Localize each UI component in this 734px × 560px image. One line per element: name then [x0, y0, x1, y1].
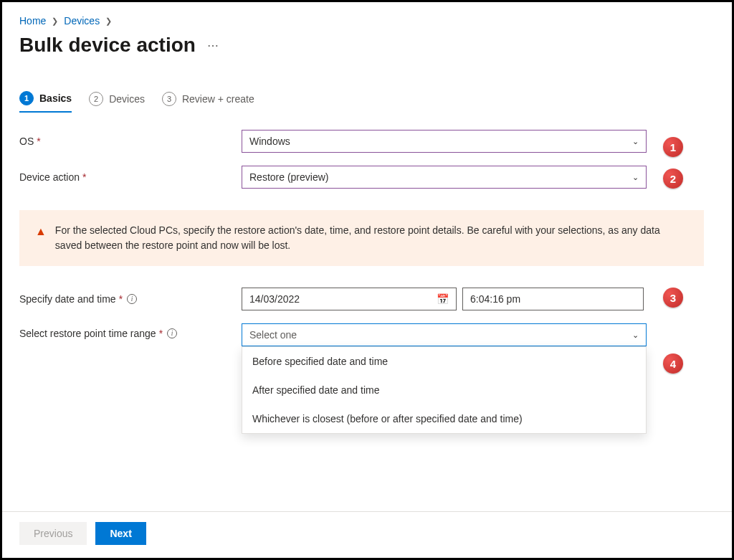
calendar-icon: 📅 [437, 293, 449, 305]
chevron-right-icon: ❯ [52, 16, 58, 26]
os-label: OS [19, 136, 34, 147]
annotation-badge-2: 2 [663, 169, 683, 189]
tab-step-number: 1 [19, 91, 34, 105]
restore-range-dropdown-panel: Before specified date and time After spe… [242, 346, 647, 434]
restore-range-select[interactable]: Select one ⌄ [242, 323, 647, 346]
info-icon[interactable]: i [127, 294, 137, 304]
chevron-down-icon: ⌄ [632, 331, 639, 340]
tab-label: Devices [109, 93, 145, 105]
more-actions-icon[interactable]: ⋯ [207, 39, 219, 52]
annotation-badge-3: 3 [663, 288, 683, 308]
range-label: Select restore point time range [19, 328, 156, 339]
tab-label: Basics [39, 92, 72, 104]
restore-range-option[interactable]: Before specified date and time [242, 347, 646, 376]
next-button[interactable]: Next [95, 522, 146, 545]
wizard-footer: Previous Next [2, 511, 732, 545]
tab-step-number: 3 [162, 92, 176, 106]
info-icon[interactable]: i [167, 328, 177, 338]
time-input[interactable]: 6:04:16 pm [462, 288, 644, 310]
wizard-tabs: 1 Basics 2 Devices 3 Review + create [19, 91, 715, 113]
tab-review-create[interactable]: 3 Review + create [162, 91, 254, 113]
device-action-select-value: Restore (preview) [249, 171, 328, 183]
previous-button: Previous [19, 522, 87, 545]
warning-text: For the selected Cloud PCs, specify the … [55, 223, 688, 253]
annotation-badge-1: 1 [663, 137, 683, 157]
chevron-down-icon: ⌄ [632, 137, 639, 146]
required-indicator: * [119, 293, 123, 305]
tab-step-number: 2 [89, 92, 103, 106]
tab-basics[interactable]: 1 Basics [19, 91, 72, 113]
required-indicator: * [37, 136, 40, 147]
chevron-right-icon: ❯ [105, 16, 112, 26]
required-indicator: * [159, 328, 163, 339]
chevron-down-icon: ⌄ [632, 173, 639, 182]
restore-range-option[interactable]: Whichever is closest (before or after sp… [242, 404, 646, 433]
date-value: 14/03/2022 [249, 293, 300, 305]
breadcrumb: Home ❯ Devices ❯ [19, 15, 715, 27]
annotation-badge-4: 4 [663, 353, 683, 374]
required-indicator: * [82, 171, 86, 183]
os-select[interactable]: Windows ⌄ [242, 130, 647, 153]
restore-range-option[interactable]: After specified date and time [242, 376, 646, 404]
date-input[interactable]: 14/03/2022 📅 [242, 288, 457, 310]
page-title: Bulk device action [19, 34, 196, 57]
breadcrumb-home[interactable]: Home [19, 15, 46, 27]
breadcrumb-devices[interactable]: Devices [64, 15, 100, 27]
os-select-value: Windows [249, 136, 290, 147]
time-value: 6:04:16 pm [470, 293, 520, 305]
restore-range-placeholder: Select one [249, 329, 297, 341]
tab-label: Review + create [182, 93, 254, 105]
warning-icon: ▲ [35, 223, 47, 253]
warning-banner: ▲ For the selected Cloud PCs, specify th… [19, 210, 704, 266]
device-action-select[interactable]: Restore (preview) ⌄ [242, 166, 647, 189]
tab-devices[interactable]: 2 Devices [89, 91, 145, 113]
device-action-label: Device action [19, 171, 80, 183]
datetime-label: Specify date and time [19, 293, 116, 305]
